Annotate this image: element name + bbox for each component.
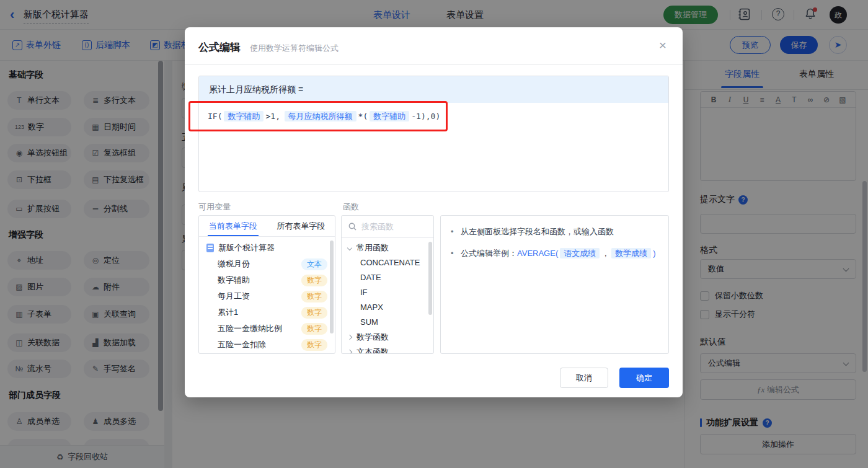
formula-target: 累计上月应纳税所得额 =	[199, 76, 668, 103]
variable-row[interactable]: 缴税月份文本	[199, 256, 335, 272]
variable-row[interactable]: 五险一金扣除数字	[199, 337, 335, 353]
function-search[interactable]	[342, 216, 433, 238]
help-example: 公式编辑举例：AVERAGE(语文成绩，数学成绩)	[461, 247, 656, 260]
variables-scrollbar[interactable]	[330, 241, 334, 333]
chevron-right-icon	[347, 350, 352, 354]
formula-field-token: 数字辅助	[370, 111, 409, 121]
formula-editor-box: 累计上月应纳税所得额 = IF(数字辅助>1, 每月应纳税所得额*(数字辅助-1…	[198, 76, 669, 192]
example-field: 语文成绩	[560, 248, 600, 258]
variable-row[interactable]: 数字辅助数字	[199, 272, 335, 288]
type-badge: 数字	[301, 291, 327, 302]
search-icon	[348, 223, 356, 231]
bullet: •	[451, 225, 461, 239]
function-item-if[interactable]: IF	[342, 285, 433, 300]
function-item-concatenate[interactable]: CONCATENATE	[342, 255, 433, 270]
variable-name: 五险一金扣除	[218, 339, 266, 350]
help-text: 从左侧面板选择字段名和函数，或输入函数	[461, 225, 614, 239]
variable-row[interactable]: 累计1数字	[199, 304, 335, 320]
tab-all-form-fields[interactable]: 所有表单字段	[267, 216, 335, 236]
variables-label: 可用变量	[198, 201, 231, 213]
variable-name: 缴税月份	[218, 258, 250, 270]
function-group-math[interactable]: 数学函数	[342, 330, 433, 345]
formula-field-token: 每月应纳税所得额	[285, 111, 356, 121]
tab-current-form-fields[interactable]: 当前表单字段	[199, 216, 267, 236]
formula-expression[interactable]: IF(数字辅助>1, 每月应纳税所得额*(数字辅助-1),0)	[199, 103, 668, 130]
functions-scrollbar[interactable]	[428, 242, 432, 315]
chevron-right-icon	[347, 335, 352, 340]
modal-title: 公式编辑	[198, 40, 241, 55]
function-search-input[interactable]	[361, 222, 423, 231]
formula-edit-modal: 公式编辑 使用数学运算符编辑公式 × 累计上月应纳税所得额 = IF(数字辅助>…	[185, 27, 683, 397]
formula-op: -1),0)	[411, 112, 440, 121]
chevron-down-icon	[347, 245, 352, 250]
confirm-button[interactable]: 确定	[619, 368, 669, 388]
group-label: 文本函数	[356, 347, 389, 354]
variable-name: 累计1	[218, 307, 238, 318]
variable-row[interactable]: 每月工资数字	[199, 288, 335, 304]
help-line-2: • 公式编辑举例：AVERAGE(语文成绩，数学成绩)	[451, 247, 658, 260]
example-comma: ，	[601, 249, 609, 258]
function-item-date[interactable]: DATE	[342, 270, 433, 285]
functions-panel: 常用函数 CONCATENATE DATE IF MAPX SUM 数学函数 文…	[341, 215, 434, 354]
formula-op: IF(	[208, 112, 222, 121]
formula-op: >1,	[265, 112, 280, 121]
variable-name: 五险一金缴纳比例	[218, 323, 282, 334]
example-function: AVERAGE(	[517, 249, 558, 258]
group-label: 数学函数	[356, 332, 389, 342]
modal-subtitle: 使用数学运算符编辑公式	[250, 43, 339, 54]
app-screen: ‹ 新版个税计算器 表单设计 表单设置 数据管理 ? 政 ↗ 表单外链 ⟨⟩ 后…	[0, 0, 868, 468]
close-icon[interactable]: ×	[659, 38, 666, 53]
functions-label: 函数	[343, 201, 359, 213]
example-close: )	[653, 249, 655, 258]
help-line-1: • 从左侧面板选择字段名和函数，或输入函数	[451, 225, 658, 239]
type-badge: 数字	[301, 307, 327, 319]
variables-panel: 当前表单字段 所有表单字段 新版个税计算器 缴税月份文本 数字辅助数字 每月工资…	[198, 215, 335, 354]
document-icon	[206, 244, 214, 252]
example-prefix: 公式编辑举例：	[461, 249, 517, 258]
type-badge: 文本	[301, 258, 327, 270]
modal-header: 公式编辑 使用数学运算符编辑公式 ×	[185, 27, 683, 65]
cancel-button[interactable]: 取消	[560, 368, 608, 388]
variable-tree-root[interactable]: 新版个税计算器	[199, 240, 335, 256]
function-group-text[interactable]: 文本函数	[342, 345, 433, 354]
formula-help-panel: • 从左侧面板选择字段名和函数，或输入函数 • 公式编辑举例：AVERAGE(语…	[440, 215, 669, 354]
formula-op: *(	[358, 112, 368, 121]
variables-tabs: 当前表单字段 所有表单字段	[199, 216, 335, 237]
example-field: 数学成绩	[611, 248, 651, 258]
function-item-sum[interactable]: SUM	[342, 315, 433, 330]
type-badge: 数字	[301, 339, 327, 351]
bullet: •	[451, 247, 461, 260]
formula-field-token: 数字辅助	[224, 111, 264, 121]
variable-name: 每月工资	[218, 291, 250, 302]
group-label: 常用函数	[356, 243, 389, 252]
type-badge: 数字	[301, 323, 327, 335]
root-label: 新版个税计算器	[218, 242, 275, 254]
function-group-common[interactable]: 常用函数	[342, 241, 433, 255]
type-badge: 数字	[301, 275, 327, 286]
variable-row[interactable]: 五险一金缴纳比例数字	[199, 320, 335, 337]
variable-name: 数字辅助	[218, 275, 250, 286]
function-item-mapx[interactable]: MAPX	[342, 300, 433, 315]
